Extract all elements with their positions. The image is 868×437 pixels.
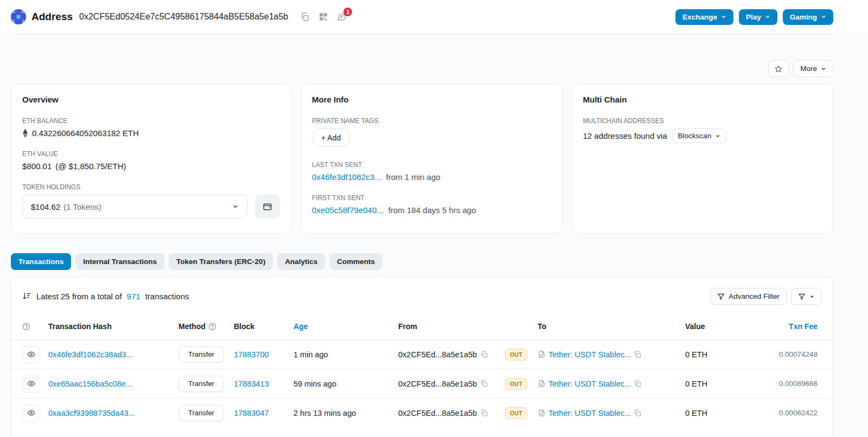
advanced-filter-icon [717, 293, 725, 300]
chevron-down-icon [765, 14, 770, 20]
tx-preview-button[interactable] [22, 346, 40, 363]
col-age-sort-link[interactable]: Age [293, 322, 398, 331]
col-txn-fee-sort-link[interactable]: Txn Fee [767, 322, 823, 331]
eth-value-rate: (@ $1,850.75/ETH) [55, 162, 126, 171]
overview-title: Overview [22, 95, 280, 104]
token-holdings-dropdown[interactable]: $104.62 (1 Tokens) [22, 195, 247, 218]
token-holdings-label: TOKEN HOLDINGS [22, 183, 280, 191]
filter-dropdown-button[interactable] [791, 288, 822, 305]
favorite-button[interactable] [768, 60, 789, 77]
copy-icon[interactable] [480, 380, 488, 388]
last-txn-time: from 1 min ago [386, 172, 441, 182]
col-method: Method [178, 322, 206, 331]
copy-icon[interactable] [300, 12, 310, 22]
block-link[interactable]: 17883413 [234, 380, 293, 388]
summary-total-link[interactable]: 971 [127, 292, 141, 301]
tx-hash-link[interactable]: 0xe65aac156ba5c08e... [48, 380, 132, 388]
tab-internal-transactions[interactable]: Internal Transactions [75, 253, 164, 270]
chevron-down-icon [809, 294, 815, 299]
eth-value-label: ETH VALUE [22, 150, 280, 158]
tab-analytics[interactable]: Analytics [277, 253, 325, 270]
age-cell: 59 mins ago [293, 380, 398, 388]
chevron-down-icon [821, 14, 826, 20]
tab-token-transfers[interactable]: Token Transfers (ERC-20) [169, 253, 273, 270]
col-from: From [398, 322, 499, 331]
eth-balance-label: ETH BALANCE [22, 117, 280, 125]
to-address-link[interactable]: Tether: USDT Stablec... [548, 380, 631, 388]
wallet-icon [263, 202, 272, 211]
last-txn-sent-label: LAST TXN SENT [312, 161, 551, 169]
method-badge[interactable]: Transfer [178, 376, 224, 392]
comment-icon[interactable]: 1 [337, 12, 347, 22]
method-help-icon[interactable] [208, 323, 216, 331]
to-address-link[interactable]: Tether: USDT Stablec... [548, 409, 631, 417]
block-link[interactable]: 17883047 [234, 409, 293, 417]
chevron-down-icon [715, 133, 720, 139]
txn-fee-cell: 0.00089666 [767, 380, 823, 388]
value-cell: 0 ETH [685, 409, 767, 417]
table-header-row: Transaction Hash Method Block Age From T… [11, 313, 833, 339]
eye-icon [27, 350, 35, 358]
exchange-button[interactable]: Exchange [675, 9, 733, 25]
transactions-panel: Latest 25 from a total of 971 transactio… [11, 277, 833, 437]
eth-balance-value: 0.432260664052063182 ETH [32, 128, 139, 138]
qr-code-icon[interactable] [318, 12, 328, 22]
table-row: 0x46fe3df1062c38ad3... Transfer 17883700… [11, 339, 833, 369]
last-txn-hash-link[interactable]: 0x46fe3df1062c3... [312, 172, 381, 182]
tab-transactions[interactable]: Transactions [11, 253, 71, 270]
more-button[interactable]: More [793, 60, 833, 77]
copy-icon[interactable] [480, 409, 488, 417]
multi-chain-card: Multi Chain MULTICHAIN ADDRESSES 12 addr… [572, 83, 834, 234]
value-cell: 0 ETH [685, 380, 767, 388]
first-txn-hash-link[interactable]: 0xe05c58f79e040... [312, 205, 384, 215]
blockscan-dropdown[interactable]: Blockscan [672, 128, 727, 143]
tx-preview-button[interactable] [22, 375, 40, 393]
tab-bar: Transactions Internal Transactions Token… [11, 253, 833, 270]
tx-preview-button[interactable] [22, 404, 40, 422]
from-address: 0x2CF5Ed...8a5e1a5b [398, 350, 477, 359]
method-badge[interactable]: Transfer [178, 405, 224, 421]
copy-icon[interactable] [634, 409, 642, 417]
tx-hash-link[interactable]: 0x46fe3df1062c38ad3... [48, 350, 133, 359]
wallet-button[interactable] [255, 195, 280, 218]
from-address: 0x2CF5Ed...8a5e1a5b [398, 380, 477, 388]
col-value: Value [685, 322, 767, 331]
method-badge[interactable]: Transfer [178, 346, 224, 363]
first-txn-sent-label: FIRST TXN SENT [312, 194, 551, 202]
token-holdings-value: $104.62 [31, 202, 60, 211]
private-name-tags-label: PRIVATE NAME TAGS [312, 117, 551, 125]
address-identicon-icon [11, 9, 26, 24]
col-transaction-hash: Transaction Hash [48, 322, 178, 331]
advanced-filter-button[interactable]: Advanced Filter [710, 288, 787, 305]
chevron-down-icon [721, 14, 726, 20]
summary-prefix: Latest 25 from a total of [36, 292, 122, 301]
col-block: Block [234, 322, 293, 331]
copy-icon[interactable] [634, 350, 642, 358]
gaming-button[interactable]: Gaming [783, 9, 833, 25]
to-address-link[interactable]: Tether: USDT Stablec... [548, 350, 631, 359]
topbar: Address 0x2CF5Ed0524Ee7c5C49586175844aB5… [0, 0, 868, 34]
first-txn-time: from 184 days 5 hrs ago [388, 205, 476, 215]
txn-fee-cell: 0.00062422 [767, 409, 823, 417]
token-holdings-count: (1 Tokens) [63, 202, 101, 211]
star-icon [775, 65, 782, 73]
add-name-tag-button[interactable]: + Add [312, 128, 350, 147]
txn-fee-cell: 0.00074248 [767, 350, 823, 358]
direction-badge: OUT [505, 407, 527, 419]
block-link[interactable]: 17883700 [234, 350, 293, 359]
contract-icon [538, 350, 546, 358]
copy-icon[interactable] [480, 350, 488, 358]
copy-icon[interactable] [634, 380, 642, 388]
tab-comments[interactable]: Comments [329, 253, 382, 270]
tx-hash-link[interactable]: 0xaa3cf93988735da43... [48, 409, 135, 417]
help-icon[interactable] [22, 323, 30, 331]
table-row: 0xe65aac156ba5c08e... Transfer 17883413 … [11, 369, 833, 398]
play-button[interactable]: Play [739, 9, 777, 25]
exchange-button-label: Exchange [682, 13, 717, 21]
more-info-card: More Info PRIVATE NAME TAGS + Add LAST T… [301, 83, 563, 234]
eye-icon [27, 409, 35, 417]
col-to: To [538, 322, 685, 331]
contract-icon [538, 409, 546, 417]
header-divider [11, 34, 833, 34]
add-name-tag-label: + Add [321, 133, 341, 142]
